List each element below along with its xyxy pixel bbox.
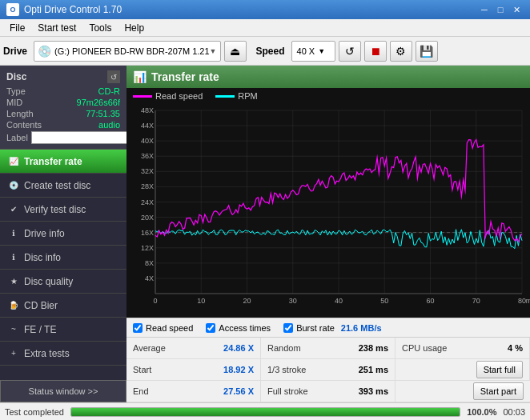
legend-rpm: RPM	[215, 91, 257, 101]
stats-random: Random 238 ms	[261, 338, 395, 359]
disc-label-input[interactable]	[31, 131, 138, 144]
disc-mid-value: 97m26s66f	[77, 98, 120, 107]
nav-item-extra-tests[interactable]: + Extra tests	[0, 342, 126, 366]
menu-tools[interactable]: Tools	[82, 21, 118, 35]
cb-access-times-label: Access times	[219, 323, 271, 333]
cb-access-times: Access times	[206, 323, 271, 333]
disc-contents-row: Contents audio	[6, 120, 120, 130]
cb-read-speed-checkbox[interactable]	[133, 323, 143, 333]
eject-button[interactable]: ⏏	[224, 41, 247, 62]
start-full-button[interactable]: Start full	[476, 361, 523, 378]
stats-full-stroke: Full stroke 393 ms	[261, 381, 395, 402]
start-label: Start	[133, 365, 151, 374]
nav-item-fe-te-label: FE / TE	[24, 324, 56, 335]
disc-length-label: Length	[6, 109, 34, 118]
legend-read-speed: Read speed	[133, 91, 203, 101]
nav-item-verify-test-disc-label: Verify test disc	[24, 204, 86, 215]
nav-item-extra-tests-label: Extra tests	[24, 348, 70, 359]
burst-rate-value: 21.6 MB/s	[341, 323, 382, 333]
disc-type-value: CD-R	[98, 86, 121, 96]
random-label: Random	[267, 343, 301, 353]
transfer-rate-icon: 📈	[8, 156, 19, 167]
nav-item-fe-te[interactable]: ~ FE / TE	[0, 318, 126, 342]
nav-item-create-test-disc[interactable]: 💿 Create test disc	[0, 174, 126, 198]
legend-rpm-label: RPM	[238, 91, 257, 101]
disc-title: Disc ↺	[6, 70, 120, 83]
start-part-button[interactable]: Start part	[473, 382, 524, 400]
stats-start-full-cell: Start full	[395, 359, 530, 381]
maximize-button[interactable]: □	[493, 3, 508, 16]
cb-access-times-checkbox[interactable]	[206, 323, 215, 333]
nav-item-disc-info[interactable]: ℹ Disc info	[0, 246, 126, 270]
disc-quality-icon: ★	[8, 276, 19, 287]
disc-length-row: Length 77:51.35	[6, 109, 120, 118]
end-label: End	[133, 386, 149, 396]
average-label: Average	[133, 343, 166, 353]
speed-label: Speed	[256, 46, 285, 57]
chart-canvas-wrap	[126, 104, 530, 318]
nav-item-drive-info-label: Drive info	[24, 228, 65, 239]
disc-contents-label: Contents	[6, 120, 42, 130]
chart-header-title: Transfer rate	[151, 70, 219, 83]
speed-value: 40 X	[297, 46, 315, 56]
status-bar: Test completed 100.0% 00:03	[0, 402, 530, 420]
cb-burst-rate-label: Burst rate	[296, 323, 335, 333]
cpu-label: CPU usage	[402, 343, 447, 353]
disc-refresh-button[interactable]: ↺	[107, 70, 120, 83]
disc-type-row: Type CD-R	[6, 86, 120, 96]
progress-bar-fill	[71, 408, 460, 416]
chart-bottom: Read speed Access times Burst rate 21.6 …	[126, 318, 530, 402]
disc-label-row: Label ★	[6, 131, 120, 144]
cb-burst-rate-checkbox[interactable]	[283, 323, 293, 333]
end-value: 27.56 X	[223, 386, 254, 396]
toolbar: Drive 💿 (G:) PIONEER BD-RW BDR-207M 1.21…	[0, 37, 530, 66]
speed-arrow: ▼	[318, 47, 325, 55]
drive-info-icon: ℹ	[8, 228, 19, 239]
stroke-1-3-label: 1/3 stroke	[267, 365, 306, 374]
nav-item-transfer-rate[interactable]: 📈 Transfer rate	[0, 150, 126, 174]
nav-item-disc-info-label: Disc info	[24, 252, 61, 263]
nav-item-verify-test-disc[interactable]: ✔ Verify test disc	[0, 198, 126, 222]
speed-select[interactable]: 40 X ▼	[291, 41, 335, 62]
average-value: 24.86 X	[223, 343, 254, 353]
chart-header-icon: 📊	[133, 70, 147, 83]
nav-item-cd-bier-label: CD Bier	[24, 300, 58, 311]
save-button[interactable]: 💾	[416, 41, 438, 62]
cb-read-speed-label: Read speed	[146, 323, 193, 333]
disc-mid-label: MID	[6, 98, 22, 107]
create-test-disc-icon: 💿	[8, 180, 19, 191]
chart-area: 📊 Transfer rate Read speed RPM Read spee…	[126, 66, 530, 402]
progress-bar-wrap	[70, 407, 460, 417]
verify-test-disc-icon: ✔	[8, 204, 19, 215]
menu-help[interactable]: Help	[118, 21, 151, 35]
drive-icon: 💿	[38, 45, 51, 58]
status-window-button[interactable]: Status window >>	[0, 380, 126, 402]
nav-item-transfer-rate-label: Transfer rate	[24, 156, 82, 167]
checkboxes-row: Read speed Access times Burst rate 21.6 …	[126, 318, 530, 338]
sidebar: Disc ↺ Type CD-R MID 97m26s66f Length 77…	[0, 66, 126, 402]
legend-read-speed-color	[133, 95, 152, 98]
drive-select-arrow: ▼	[210, 47, 217, 55]
disc-label-text: Label	[6, 133, 28, 142]
settings-button[interactable]: ⚙	[390, 41, 412, 62]
stats-stroke-1-3: 1/3 stroke 251 ms	[261, 359, 395, 381]
disc-info-icon: ℹ	[8, 252, 19, 263]
disc-length-value: 77:51.35	[86, 109, 120, 118]
main-content: Disc ↺ Type CD-R MID 97m26s66f Length 77…	[0, 66, 530, 402]
title-bar-text: Opti Drive Control 1.70	[24, 4, 477, 15]
stop-button[interactable]: ⏹	[364, 41, 387, 62]
minimize-button[interactable]: ─	[477, 3, 492, 16]
drive-select[interactable]: 💿 (G:) PIONEER BD-RW BDR-207M 1.21 ▼	[34, 41, 220, 62]
progress-text: 100.0%	[467, 407, 496, 417]
refresh-button[interactable]: ↺	[339, 41, 361, 62]
nav-item-cd-bier[interactable]: 🍺 CD Bier	[0, 294, 126, 318]
close-button[interactable]: ✕	[509, 3, 524, 16]
cd-bier-icon: 🍺	[8, 300, 19, 311]
menu-start-test[interactable]: Start test	[31, 21, 82, 35]
nav-item-disc-quality[interactable]: ★ Disc quality	[0, 270, 126, 294]
menu-file[interactable]: File	[3, 21, 31, 35]
menu-bar: File Start test Tools Help	[0, 19, 530, 37]
nav-item-drive-info[interactable]: ℹ Drive info	[0, 222, 126, 246]
extra-tests-icon: +	[8, 348, 19, 359]
cpu-value: 4 %	[508, 343, 523, 353]
